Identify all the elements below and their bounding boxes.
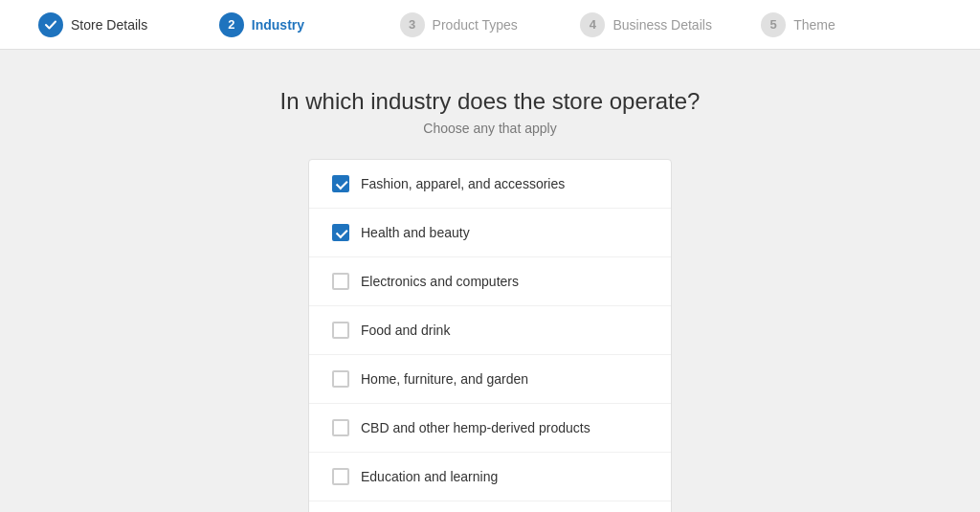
step-product-types: 3Product Types <box>400 12 581 37</box>
option-label-food: Food and drink <box>361 323 450 338</box>
step-label-business-details: Business Details <box>612 17 712 33</box>
option-label-cbd: CBD and other hemp-derived products <box>361 420 590 435</box>
option-label-fashion: Fashion, apparel, and accessories <box>361 176 565 191</box>
option-row-education[interactable]: Education and learning <box>309 453 671 501</box>
checkbox-home[interactable] <box>332 370 349 388</box>
step-theme: 5Theme <box>761 12 942 37</box>
step-circle-industry: 2 <box>219 12 244 37</box>
step-label-store-details: Store Details <box>71 17 147 33</box>
step-label-theme: Theme <box>793 17 835 33</box>
step-business-details: 4Business Details <box>580 12 761 37</box>
step-circle-business-details: 4 <box>580 12 605 37</box>
step-circle-store-details <box>38 12 63 37</box>
checkbox-food[interactable] <box>332 322 349 339</box>
option-row-home[interactable]: Home, furniture, and garden <box>309 355 671 404</box>
option-row-food[interactable]: Food and drink <box>309 306 671 355</box>
stepper: Store Details2Industry3Product Types4Bus… <box>0 0 980 50</box>
option-label-health: Health and beauty <box>361 225 470 240</box>
page-subtitle: Choose any that apply <box>423 121 556 136</box>
main-content: In which industry does the store operate… <box>0 50 980 512</box>
option-row-fashion[interactable]: Fashion, apparel, and accessories <box>309 160 671 209</box>
option-row-other[interactable]: Other <box>309 501 671 512</box>
option-row-cbd[interactable]: CBD and other hemp-derived products <box>309 404 671 453</box>
option-label-education: Education and learning <box>361 469 498 484</box>
checkmark-icon <box>44 18 57 32</box>
checkbox-electronics[interactable] <box>332 273 349 290</box>
option-row-health[interactable]: Health and beauty <box>309 209 671 257</box>
checkbox-cbd[interactable] <box>332 419 349 436</box>
page-title: In which industry does the store operate… <box>280 88 701 115</box>
option-label-home: Home, furniture, and garden <box>361 371 528 387</box>
option-row-electronics[interactable]: Electronics and computers <box>309 257 671 306</box>
checkbox-education[interactable] <box>332 468 349 485</box>
step-store-details[interactable]: Store Details <box>38 12 219 37</box>
checkbox-fashion[interactable] <box>332 175 349 192</box>
step-industry: 2Industry <box>219 12 400 37</box>
checkbox-health[interactable] <box>332 224 349 241</box>
option-label-electronics: Electronics and computers <box>361 274 519 289</box>
options-card: Fashion, apparel, and accessoriesHealth … <box>308 159 672 512</box>
step-circle-theme: 5 <box>761 12 786 37</box>
step-label-industry: Industry <box>252 17 304 33</box>
step-circle-product-types: 3 <box>400 12 425 37</box>
step-label-product-types: Product Types <box>433 17 518 33</box>
